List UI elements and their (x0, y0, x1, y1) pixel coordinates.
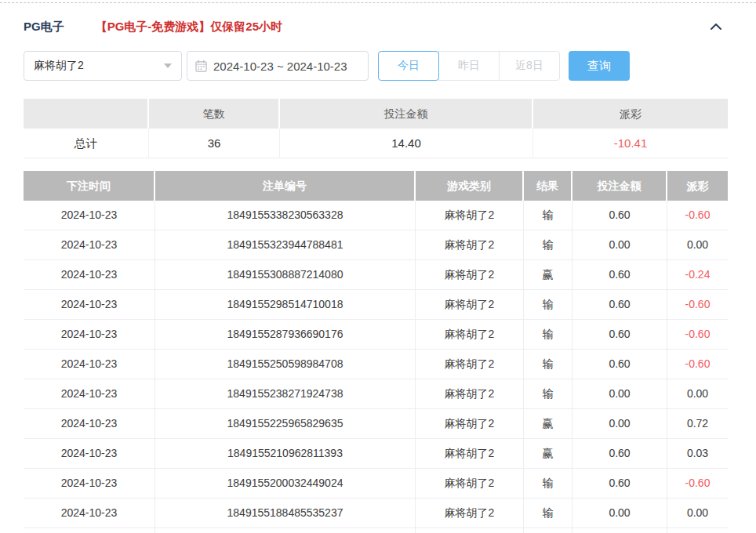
cell-bet-amount: 0.60 (572, 469, 667, 499)
cell-payout: 0.00 (667, 499, 728, 528)
cell-result (524, 528, 572, 533)
cell-ticket-id: 1849155210962811393 (155, 439, 416, 469)
cell-bet-time: 2024-10-23 (24, 379, 155, 409)
cell-bet-time: 2024-10-23 (24, 260, 155, 290)
cell-bet-time (24, 528, 155, 533)
cell-result: 输 (524, 379, 572, 409)
cell-bet-time: 2024-10-23 (24, 350, 155, 379)
cell-payout: 0.03 (667, 439, 728, 469)
cell-bet-amount: 0.00 (572, 499, 667, 528)
date-range-input[interactable]: 2024-10-23 ~ 2024-10-23 (187, 51, 369, 81)
cell-ticket-id: 1849155238271924738 (155, 379, 416, 409)
cell-bet-time: 2024-10-23 (24, 409, 155, 439)
cell-ticket-id: 1849155250598984708 (155, 350, 416, 379)
cell-bet-amount: 0.60 (572, 290, 667, 320)
panel-header: PG电子 【PG电子-免费游戏】仅保留25小时 (24, 18, 728, 35)
cell-ticket-id: 1849155338230563328 (155, 201, 416, 230)
cell-payout: -0.60 (667, 290, 728, 320)
cell-bet-amount: 0.00 (572, 379, 667, 409)
pg-panel: PG电子 【PG电子-免费游戏】仅保留25小时 麻将胡了2 (0, 18, 756, 533)
quick-button-yesterday[interactable]: 昨日 (438, 51, 500, 81)
col-header-bet-amount: 投注金额 (572, 171, 667, 201)
summary-header-count: 笔数 (149, 99, 280, 129)
cell-ticket-id: 1849155200032449024 (155, 469, 416, 499)
chevron-down-icon (164, 63, 172, 68)
cell-bet-amount: 0.60 (572, 439, 667, 469)
cell-result: 输 (524, 320, 572, 350)
cell-payout: -0.60 (667, 469, 728, 499)
cell-game-type (416, 528, 524, 533)
panel-title: PG电子 (24, 20, 64, 34)
cell-result: 赢 (524, 260, 572, 290)
cell-payout: -0.60 (667, 201, 728, 230)
cell-game-type: 麻将胡了2 (416, 499, 524, 528)
summary-total-label: 总计 (24, 129, 149, 158)
cell-result: 输 (524, 499, 572, 528)
col-header-bet-time: 下注时间 (24, 171, 155, 201)
cell-result: 输 (524, 290, 572, 320)
cell-game-type: 麻将胡了2 (416, 290, 524, 320)
cell-payout: 0.00 (667, 379, 728, 409)
cell-game-type: 麻将胡了2 (416, 260, 524, 290)
summary-header-bet-amount: 投注金额 (280, 99, 533, 129)
cell-bet-amount: 0.60 (572, 201, 667, 230)
cell-payout: -0.24 (667, 260, 728, 290)
cell-payout: 0.00 (667, 230, 728, 260)
game-select[interactable]: 麻将胡了2 (24, 51, 182, 81)
cell-bet-amount: 0.60 (572, 320, 667, 350)
collapse-button[interactable] (709, 21, 723, 32)
cell-bet-amount: 0.60 (572, 350, 667, 379)
cell-result: 赢 (524, 409, 572, 439)
cell-game-type: 麻将胡了2 (416, 469, 524, 499)
cell-bet-time: 2024-10-23 (24, 230, 155, 260)
game-select-value: 麻将胡了2 (34, 59, 84, 73)
cell-ticket-id: 1849155287936690176 (155, 320, 416, 350)
panel-notice: 【PG电子-免费游戏】仅保留25小时 (96, 20, 282, 34)
cell-payout (667, 528, 728, 533)
summary-total-bet-amount: 14.40 (280, 129, 533, 158)
cell-bet-time: 2024-10-23 (24, 439, 155, 469)
quick-button-today[interactable]: 今日 (378, 51, 439, 81)
cell-bet-time: 2024-10-23 (24, 469, 155, 499)
cell-bet-amount: 0.00 (572, 409, 667, 439)
calendar-icon (195, 60, 207, 72)
cell-ticket-id: 1849155188485535237 (155, 499, 416, 528)
bet-table: 下注时间 注单编号 游戏类别 结果 投注金额 派彩 2024-10-23 184… (24, 171, 728, 533)
cell-result: 输 (524, 350, 572, 379)
cell-result: 输 (524, 469, 572, 499)
cell-bet-amount: 0.60 (572, 260, 667, 290)
cell-bet-amount (572, 528, 667, 533)
cell-ticket-id (155, 528, 416, 533)
cell-ticket-id: 1849155308887214080 (155, 260, 416, 290)
top-divider (0, 2, 756, 3)
quick-button-last8days[interactable]: 近8日 (499, 51, 560, 81)
cell-bet-time: 2024-10-23 (24, 499, 155, 528)
summary-header-payout: 派彩 (533, 99, 728, 129)
cell-game-type: 麻将胡了2 (416, 201, 524, 230)
col-header-ticket-id: 注单编号 (155, 171, 416, 201)
cell-bet-time: 2024-10-23 (24, 320, 155, 350)
cell-ticket-id: 1849155298514710018 (155, 290, 416, 320)
search-button[interactable]: 查询 (569, 51, 630, 81)
col-header-payout: 派彩 (667, 171, 728, 201)
cell-payout: -0.60 (667, 320, 728, 350)
cell-game-type: 麻将胡了2 (416, 230, 524, 260)
date-range-value: 2024-10-23 ~ 2024-10-23 (213, 60, 347, 73)
summary-header-blank (24, 99, 149, 129)
cell-game-type: 麻将胡了2 (416, 409, 524, 439)
cell-result: 输 (524, 201, 572, 230)
cell-game-type: 麻将胡了2 (416, 350, 524, 379)
cell-result: 赢 (524, 439, 572, 469)
cell-game-type: 麻将胡了2 (416, 379, 524, 409)
summary-table: 笔数 投注金额 派彩 总计 36 14.40 -10.41 (24, 99, 728, 158)
cell-bet-amount: 0.00 (572, 230, 667, 260)
col-header-game-type: 游戏类别 (416, 171, 524, 201)
cell-bet-time: 2024-10-23 (24, 290, 155, 320)
summary-total-count: 36 (149, 129, 280, 158)
summary-total-payout: -10.41 (533, 129, 728, 158)
col-header-result: 结果 (524, 171, 572, 201)
cell-payout: -0.60 (667, 350, 728, 379)
quick-range-group: 今日 昨日 近8日 (378, 51, 560, 81)
filter-bar: 麻将胡了2 2024-10-23 ~ 2024-10-23 今日 昨日 (24, 51, 728, 81)
cell-payout: 0.72 (667, 409, 728, 439)
